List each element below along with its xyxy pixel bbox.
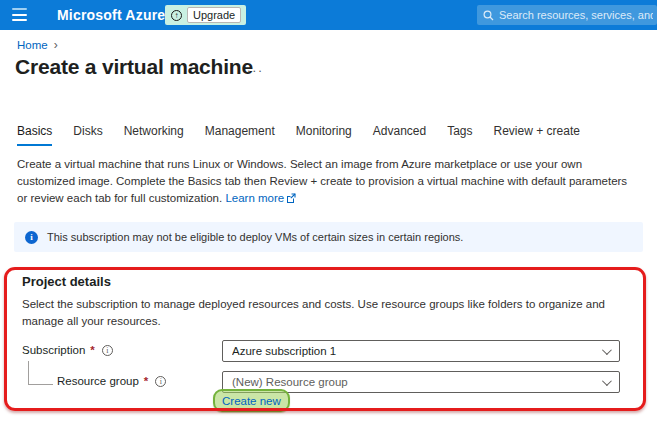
intro-body: Create a virtual machine that runs Linux… <box>17 158 627 204</box>
required-asterisk: * <box>144 375 148 387</box>
subscription-label: Subscription * i <box>22 344 113 356</box>
tab-review-create[interactable]: Review + create <box>494 124 580 146</box>
chevron-down-icon <box>602 345 612 355</box>
resource-group-value: (New) Resource group <box>232 376 602 388</box>
tab-monitoring[interactable]: Monitoring <box>296 124 352 146</box>
wizard-tabs: Basics Disks Networking Management Monit… <box>17 124 580 146</box>
intro-text: Create a virtual machine that runs Linux… <box>17 156 637 207</box>
project-details-description: Select the subscription to manage deploy… <box>22 296 614 330</box>
tab-management[interactable]: Management <box>205 124 275 146</box>
breadcrumb-home-link[interactable]: Home <box>17 39 48 51</box>
learn-more-link[interactable]: Learn more <box>225 192 284 204</box>
hamburger-menu-icon[interactable] <box>12 8 27 21</box>
tab-tags[interactable]: Tags <box>447 124 472 146</box>
upgrade-label: Upgrade <box>187 7 241 23</box>
search-input[interactable] <box>499 9 653 21</box>
project-details-heading: Project details <box>22 274 111 289</box>
hierarchy-connector-vertical <box>28 361 29 384</box>
banner-text: This subscription may not be eligible to… <box>47 231 463 243</box>
create-vm-page: Microsoft Azure ↑ Upgrade Home › Create … <box>0 0 657 426</box>
tab-disks[interactable]: Disks <box>73 124 102 146</box>
subscription-dropdown[interactable]: Azure subscription 1 <box>222 340 620 362</box>
upgrade-arrow-icon: ↑ <box>171 10 182 21</box>
green-highlight-annotation: Create new <box>213 389 290 412</box>
resource-group-label-text: Resource group <box>57 375 139 387</box>
required-asterisk: * <box>90 344 94 356</box>
subscription-info-icon[interactable]: i <box>102 345 113 356</box>
more-menu-icon[interactable]: ... <box>247 60 264 75</box>
subscription-value: Azure subscription 1 <box>232 345 602 357</box>
resource-group-info-icon[interactable]: i <box>155 376 166 387</box>
breadcrumb: Home › <box>17 38 58 52</box>
tab-advanced[interactable]: Advanced <box>373 124 426 146</box>
tab-basics[interactable]: Basics <box>17 124 52 146</box>
subscription-eligibility-banner: i This subscription may not be eligible … <box>14 222 643 252</box>
global-search[interactable] <box>477 5 657 25</box>
search-icon <box>483 10 494 21</box>
breadcrumb-separator: › <box>54 38 58 52</box>
create-new-link[interactable]: Create new <box>222 395 281 407</box>
external-link-icon <box>286 193 296 203</box>
page-title: Create a virtual machine <box>15 55 253 79</box>
azure-topbar: Microsoft Azure ↑ Upgrade <box>0 0 657 30</box>
tab-networking[interactable]: Networking <box>124 124 184 146</box>
resource-group-label: Resource group * i <box>57 375 166 387</box>
chevron-down-icon <box>602 376 612 386</box>
brand-title: Microsoft Azure <box>57 7 165 23</box>
upgrade-button[interactable]: ↑ Upgrade <box>165 5 246 25</box>
subscription-label-text: Subscription <box>22 344 85 356</box>
hierarchy-connector-horizontal <box>28 384 53 385</box>
info-icon: i <box>25 231 38 244</box>
